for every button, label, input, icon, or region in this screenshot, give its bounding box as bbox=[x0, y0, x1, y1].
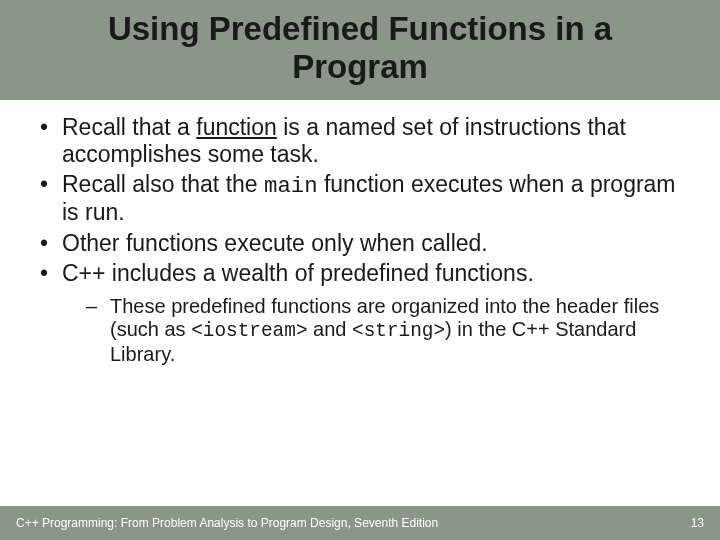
code-term: main bbox=[264, 173, 318, 199]
content-area: Recall that a function is a named set of… bbox=[0, 100, 720, 540]
text: C++ includes a wealth of predefined func… bbox=[62, 260, 534, 286]
slide-title: Using Predefined Functions in a Program bbox=[40, 10, 680, 86]
slide: Using Predefined Functions in a Program … bbox=[0, 0, 720, 540]
footer-source: C++ Programming: From Problem Analysis t… bbox=[16, 516, 438, 530]
text: and bbox=[308, 318, 352, 340]
page-number: 13 bbox=[691, 516, 704, 530]
bullet-list: Recall that a function is a named set of… bbox=[36, 114, 684, 367]
underlined-term: function bbox=[196, 114, 277, 140]
bullet-item: Recall that a function is a named set of… bbox=[36, 114, 684, 168]
text: Recall that a bbox=[62, 114, 196, 140]
bullet-item: C++ includes a wealth of predefined func… bbox=[36, 260, 684, 367]
text: Recall also that the bbox=[62, 171, 264, 197]
code-term: <string> bbox=[352, 320, 445, 342]
footer-bar: C++ Programming: From Problem Analysis t… bbox=[0, 506, 720, 540]
sub-list: These predefined functions are organized… bbox=[62, 295, 684, 367]
text: Other functions execute only when called… bbox=[62, 230, 488, 256]
code-term: <iostream> bbox=[191, 320, 307, 342]
sub-bullet-item: These predefined functions are organized… bbox=[76, 295, 684, 367]
bullet-item: Other functions execute only when called… bbox=[36, 230, 684, 257]
title-bar: Using Predefined Functions in a Program bbox=[0, 0, 720, 100]
bullet-item: Recall also that the main function execu… bbox=[36, 171, 684, 226]
